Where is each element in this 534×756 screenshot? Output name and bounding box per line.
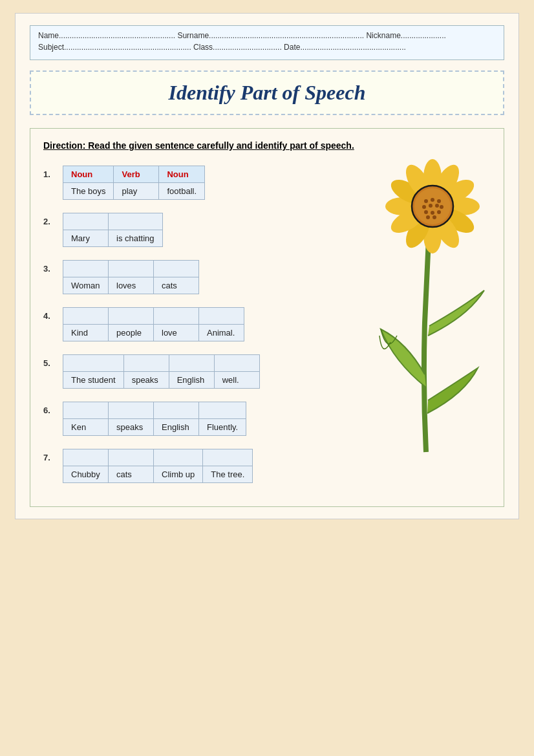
table-empty-cell [63, 402, 109, 419]
table-word-cell: football. [159, 183, 205, 200]
exercise-number: 6. [43, 402, 63, 415]
direction-text: Direction: Read the given sentence caref… [43, 139, 491, 153]
table-word-cell: loves [109, 277, 154, 294]
page-title: Identify Part of Speech [169, 81, 366, 104]
exercise-number: 1. [43, 166, 63, 179]
exercise-table: The studentspeaksEnglishwell. [63, 354, 260, 389]
table-empty-cell [199, 402, 246, 419]
table-word-cell: is chatting [109, 230, 163, 247]
exercise-table-wrap: Maryis chatting [63, 213, 491, 247]
table-empty-cell [109, 402, 154, 419]
table-word-cell: Chubby [63, 466, 109, 483]
exercise-row-6: 6. KenspeaksEnglishFluently. [43, 402, 491, 436]
exercises-container: 1.NounVerbNounThe boysplayfootball.2. Ma… [43, 166, 491, 483]
exercise-number: 4. [43, 307, 63, 321]
table-word-cell: The student [63, 372, 124, 389]
table-word-cell: Mary [63, 230, 109, 247]
exercise-table: KenspeaksEnglishFluently. [63, 402, 246, 436]
header-box: Name....................................… [30, 25, 504, 60]
exercise-row-2: 2. Maryis chatting [43, 213, 491, 247]
table-word-cell: well. [214, 372, 259, 389]
table-empty-cell [214, 355, 259, 372]
page: Name....................................… [15, 13, 519, 519]
header-line2: Subject.................................… [38, 43, 496, 52]
table-empty-cell [63, 213, 109, 230]
exercise-table: NounVerbNounThe boysplayfootball. [63, 166, 205, 200]
table-word-cell: Kind [63, 325, 109, 341]
exercise-row-1: 1.NounVerbNounThe boysplayfootball. [43, 166, 491, 200]
exercise-table: Womanlovescats [63, 260, 199, 294]
table-empty-cell [169, 355, 214, 372]
exercise-table-wrap: Womanlovescats [63, 260, 491, 294]
table-word-cell: speaks [109, 419, 154, 436]
table-empty-cell [154, 449, 203, 466]
table-word-cell: Ken [63, 419, 109, 436]
table-word-cell: cats [154, 277, 199, 294]
exercise-number: 7. [43, 449, 63, 462]
table-empty-cell [63, 261, 109, 277]
exercise-number: 3. [43, 260, 63, 274]
exercise-table: KindpeopleloveAnimal. [63, 307, 244, 341]
table-empty-cell [109, 449, 154, 466]
exercise-table-wrap: ChubbycatsClimb upThe tree. [63, 449, 491, 483]
table-word-cell: Woman [63, 277, 109, 294]
table-word-cell: love [154, 325, 199, 341]
table-empty-cell [109, 213, 163, 230]
table-word-cell: speaks [123, 372, 169, 389]
table-word-cell: Animal. [199, 325, 244, 341]
table-empty-cell [109, 261, 154, 277]
exercise-table: ChubbycatsClimb upThe tree. [63, 449, 253, 483]
table-empty-cell [154, 402, 199, 419]
exercise-table: Maryis chatting [63, 213, 163, 247]
table-empty-cell [123, 355, 169, 372]
table-empty-cell [63, 355, 124, 372]
exercise-row-4: 4. KindpeopleloveAnimal. [43, 307, 491, 341]
exercise-number: 5. [43, 354, 63, 368]
table-word-cell: English [169, 372, 214, 389]
table-word-cell: Climb up [154, 466, 203, 483]
exercise-number: 2. [43, 213, 63, 226]
table-word-cell: Fluently. [199, 419, 246, 436]
table-empty-cell [154, 308, 199, 325]
table-empty-cell [63, 308, 109, 325]
table-empty-cell [199, 308, 244, 325]
table-header-cell: Noun [63, 166, 114, 183]
table-empty-cell [109, 308, 154, 325]
exercise-row-3: 3. Womanlovescats [43, 260, 491, 294]
exercise-table-wrap: The studentspeaksEnglishwell. [63, 354, 491, 389]
table-empty-cell [63, 449, 109, 466]
table-word-cell: The boys [63, 183, 114, 200]
exercise-table-wrap: KenspeaksEnglishFluently. [63, 402, 491, 436]
title-box: Identify Part of Speech [30, 70, 504, 115]
table-word-cell: people [109, 325, 154, 341]
table-empty-cell [203, 449, 253, 466]
exercise-row-7: 7. ChubbycatsClimb upThe tree. [43, 449, 491, 483]
table-word-cell: English [154, 419, 199, 436]
exercise-table-wrap: KindpeopleloveAnimal. [63, 307, 491, 341]
exercise-table-wrap: NounVerbNounThe boysplayfootball. [63, 166, 491, 200]
table-empty-cell [154, 261, 199, 277]
header-line1: Name....................................… [38, 31, 496, 40]
main-content-box: Direction: Read the given sentence caref… [30, 128, 504, 507]
table-header-cell: Verb [114, 166, 159, 183]
table-word-cell: play [114, 183, 159, 200]
exercise-row-5: 5. The studentspeaksEnglishwell. [43, 354, 491, 389]
table-header-cell: Noun [159, 166, 205, 183]
table-word-cell: The tree. [203, 466, 253, 483]
table-word-cell: cats [109, 466, 154, 483]
